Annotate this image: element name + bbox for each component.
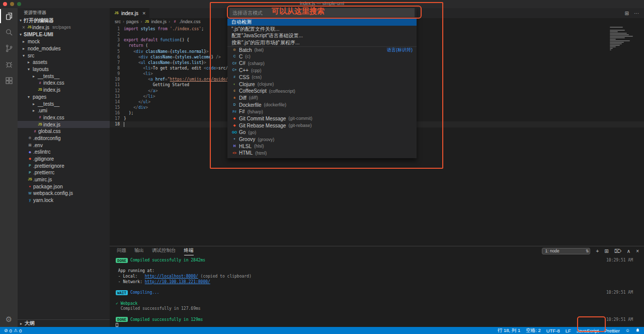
- kill-terminal-icon[interactable]: ⌦: [614, 248, 621, 254]
- tab-index-js[interactable]: JS index.js ×: [110, 8, 149, 18]
- line-text: </ul>: [124, 99, 150, 105]
- tree-item-.prettierignore[interactable]: P.prettierignore: [18, 162, 110, 169]
- activity-extensions[interactable]: [0, 73, 18, 89]
- quickpick-item-search-marketplace[interactable]: 搜索".js"的应用市场扩展程序...: [227, 39, 417, 46]
- git-commit-icon: ◆: [231, 117, 237, 120]
- outline-label: 大纲: [25, 320, 35, 327]
- breadcrumb-item-index.js[interactable]: JSindex.js: [144, 19, 167, 24]
- split-terminal-icon[interactable]: ⊞: [604, 248, 608, 254]
- minimap-line: [610, 45, 620, 46]
- line-text: </div>: [124, 105, 148, 110]
- feedback-smiley-icon[interactable]: ☺: [625, 328, 630, 333]
- language-git-commit[interactable]: ◆Git Commit Message(git-commit): [227, 115, 417, 122]
- close-panel-icon[interactable]: ×: [636, 248, 639, 254]
- tree-item-index.js[interactable]: JSindex.js: [18, 121, 110, 128]
- close-tab-icon[interactable]: ×: [142, 10, 145, 16]
- terminal-output[interactable]: DONE Compiled successfully in 2842ms10:2…: [110, 255, 644, 327]
- token: styles.list: [175, 60, 201, 65]
- status-eol[interactable]: LF: [566, 328, 571, 333]
- language-hlsl[interactable]: HHLSL(hlsl): [227, 143, 417, 150]
- line-text: [124, 121, 124, 127]
- tree-item-layouts[interactable]: ▾layouts: [18, 66, 110, 73]
- open-editors-header[interactable]: ▾ 打开的编辑器: [18, 17, 110, 24]
- status-cursor-position[interactable]: 行 18, 列 1: [498, 327, 520, 334]
- panel-tab-problems[interactable]: 问题: [117, 246, 126, 255]
- panel-tab-output[interactable]: 输出: [134, 246, 144, 255]
- open-editor-item[interactable]: × JS index.js src/pages: [18, 24, 110, 31]
- tree-item-.gitignore[interactable]: ◆.gitignore: [18, 156, 110, 163]
- chevron-right-icon: ▸: [23, 46, 27, 51]
- language-csharp[interactable]: C#C#(csharp): [227, 60, 417, 67]
- new-terminal-icon[interactable]: +: [596, 248, 599, 254]
- status-formatter[interactable]: Prettier: [604, 328, 620, 333]
- status-language-mode[interactable]: JavaScript: [577, 328, 599, 333]
- maximize-panel-icon[interactable]: ∧: [627, 248, 630, 254]
- tree-item-yarn.lock[interactable]: yyarn.lock: [18, 197, 110, 204]
- language-fsharp[interactable]: F#F#(fsharp): [227, 108, 417, 115]
- tree-item-__tests__[interactable]: ▸__tests__: [18, 73, 110, 80]
- language-bat[interactable]: ⚙Batch(bat)语言(标识符): [227, 46, 417, 53]
- tree-item-index.css[interactable]: #index.css: [18, 114, 110, 121]
- notifications-bell-icon[interactable]: [635, 328, 640, 333]
- status-indentation[interactable]: 空格: 2: [526, 327, 541, 334]
- more-actions-icon[interactable]: ···: [634, 11, 639, 16]
- language-go[interactable]: GOGo(go): [227, 129, 417, 136]
- panel-tab-terminal[interactable]: 终端: [184, 246, 194, 255]
- tree-item-__tests__[interactable]: ▸__tests__: [18, 100, 110, 107]
- quickpick-item-configure-language-settings[interactable]: 配置"JavaScript"语言基础设置...: [227, 32, 417, 39]
- language-css[interactable]: #CSS(css): [227, 74, 417, 81]
- tree-item-pages[interactable]: ▾pages: [18, 94, 110, 101]
- language-clojure[interactable]: ◐Clojure(clojure): [227, 81, 417, 88]
- language-dockerfile[interactable]: DDockerfile(dockerfile): [227, 101, 417, 108]
- tree-item-.env[interactable]: ▤.env: [18, 142, 110, 149]
- line-number: 5: [110, 49, 124, 54]
- line-text: <ul className={styles.list}>: [124, 60, 206, 65]
- minimap[interactable]: [610, 27, 638, 51]
- token: >: [153, 94, 155, 99]
- tree-item-src[interactable]: ▾src: [18, 52, 110, 59]
- split-editor-icon[interactable]: ⊞: [625, 11, 629, 16]
- tree-item-global.css[interactable]: #global.css: [18, 128, 110, 135]
- css-icon: #: [32, 130, 38, 133]
- tree-item-package.json[interactable]: ●package.json: [18, 183, 110, 190]
- tree-item-assets[interactable]: ▸assets: [18, 59, 110, 66]
- language-coffeescript[interactable]: cCoffeeScript(coffeescript): [227, 88, 417, 95]
- tree-item-.umi[interactable]: ▸.umi: [18, 107, 110, 114]
- tree-item-.prettierrc[interactable]: P.prettierrc: [18, 169, 110, 176]
- activity-debug[interactable]: [0, 56, 18, 73]
- activity-search[interactable]: [0, 24, 18, 40]
- tree-item-.eslintrc[interactable]: ◆.eslintrc: [18, 149, 110, 156]
- language-id: (cpp): [251, 68, 262, 73]
- language-id: (diff): [249, 95, 258, 100]
- breadcrumb-item-pages[interactable]: pages: [126, 19, 139, 24]
- tree-item-webpack.config.js[interactable]: Wwebpack.config.js: [18, 190, 110, 197]
- quickpick-input[interactable]: [229, 8, 415, 17]
- language-diff[interactable]: ±Diff(diff): [227, 95, 417, 102]
- quickpick-item-auto-detect[interactable]: 自动检测: [227, 19, 417, 26]
- project-header[interactable]: ▾ SIMPLE-UMI: [18, 31, 110, 38]
- panel-tab-debug-console[interactable]: 调试控制台: [152, 246, 176, 255]
- tree-item-node_modules[interactable]: ▸node_modules: [18, 45, 110, 52]
- breadcrumb-item-src[interactable]: src: [115, 19, 121, 24]
- outline-section[interactable]: ▸ 大纲: [18, 319, 110, 327]
- language-git-rebase[interactable]: ◆Git Rebase Message(git-rebase): [227, 122, 417, 129]
- status-encoding[interactable]: UTF-8: [546, 328, 560, 333]
- breadcrumb-item-.index.css[interactable]: #./index.css: [172, 19, 201, 24]
- quickpick-item-configure-file-association[interactable]: ".js"的配置文件关联...: [227, 26, 417, 33]
- settings-gear-icon[interactable]: ⚙: [0, 315, 18, 324]
- activity-source-control[interactable]: [0, 40, 18, 56]
- activity-explorer[interactable]: [0, 8, 18, 24]
- language-html[interactable]: <>HTML(html): [227, 150, 417, 157]
- language-c[interactable]: CC(c): [227, 53, 417, 60]
- tree-item-.umirc.js[interactable]: JS.umirc.js: [18, 176, 110, 183]
- tree-item-mock[interactable]: ▸mock: [18, 38, 110, 45]
- close-icon[interactable]: ×: [21, 24, 27, 31]
- language-name: CoffeeScript: [239, 88, 267, 94]
- problems-indicator[interactable]: ⊘ 0 ⚠ 0: [4, 328, 22, 333]
- tree-item-index.js[interactable]: JSindex.js: [18, 87, 110, 94]
- tree-item-index.css[interactable]: #index.css: [18, 80, 110, 87]
- tree-item-.editorconfig[interactable]: ⚙.editorconfig: [18, 135, 110, 142]
- language-cpp[interactable]: C+C++(cpp): [227, 67, 417, 74]
- terminal-select[interactable]: 1: node ⇅: [542, 248, 590, 254]
- language-groovy[interactable]: ✦Groovy(groovy): [227, 136, 417, 143]
